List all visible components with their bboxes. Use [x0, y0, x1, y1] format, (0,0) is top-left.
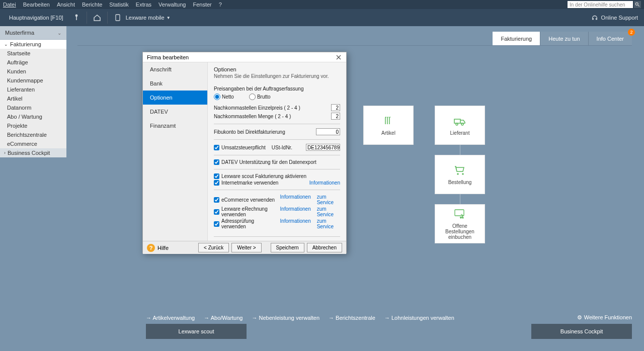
scout-checkbox[interactable] [214, 173, 219, 179]
fl-nebenleistung[interactable]: → Nebenleistung verwalten [252, 315, 319, 321]
ecommerce-label: eCommerce verwenden [221, 197, 275, 203]
fl-berichtszentrale[interactable]: → Berichtszentrale [329, 315, 375, 321]
close-button[interactable] [335, 54, 342, 61]
svg-point-2 [75, 15, 77, 17]
adress-info-link[interactable]: Informationen [280, 218, 311, 229]
price-section-label: Preisangaben bei der Auftragserfassung [214, 86, 340, 92]
fl-lohnleistungen[interactable]: → Lohnleistungen verwalten [384, 315, 454, 321]
dlg-side-anschrift[interactable]: Anschrift [143, 62, 207, 76]
mobile-label[interactable]: Lexware mobile [126, 15, 165, 21]
svg-rect-3 [76, 17, 77, 20]
datev-checkbox[interactable] [214, 159, 219, 165]
tile-bestellung[interactable]: Bestellung [435, 155, 485, 194]
back-button[interactable]: < Zurück [198, 243, 229, 252]
sidebar-group-fakturierung[interactable]: ⌄Fakturierung [0, 40, 66, 49]
truck-icon [453, 115, 466, 127]
dlg-side-bank[interactable]: Bank [143, 76, 207, 91]
sidebar-item-kundenmappe[interactable]: Kundenmappe [0, 76, 66, 85]
adress-service-link[interactable]: zum Service [317, 218, 340, 229]
sidebar-item-ecommerce[interactable]: eCommerce [0, 139, 66, 148]
tile-artikel[interactable]: Artikel [363, 106, 414, 145]
sidebar-item-abo-wartung[interactable]: Abo / Wartung [0, 112, 66, 121]
erechnung-checkbox[interactable] [214, 209, 219, 215]
ecommerce-service-link[interactable]: zum Service [317, 194, 340, 205]
next-button[interactable]: Weiter > [231, 243, 261, 252]
dialog-sidebar: Anschrift Bank Optionen DATEV Finanzamt [143, 62, 207, 241]
help-button[interactable]: ? Hilfe [147, 244, 169, 252]
svg-point-10 [462, 217, 463, 218]
sidebar-item-datanorm[interactable]: Datanorm [0, 103, 66, 112]
tile-lieferant[interactable]: Lieferant [435, 106, 485, 145]
dlg-side-datev[interactable]: DATEV [143, 105, 207, 119]
svg-rect-5 [454, 119, 460, 123]
search-help-button[interactable] [634, 1, 641, 8]
save-button[interactable]: Speichern [271, 243, 304, 252]
radio-brutto[interactable]: Brutto [249, 94, 271, 100]
help-icon: ? [147, 244, 155, 252]
menu-datei[interactable]: Datei [3, 2, 16, 8]
cancel-button[interactable]: Abbrechen [307, 243, 342, 252]
nk-einzel-input[interactable] [331, 104, 340, 111]
radio-netto[interactable]: Netto [214, 94, 234, 100]
company-header[interactable]: Musterfirma ⌄ [0, 26, 66, 40]
dialog-footer: ? Hilfe < Zurück Weiter > Speichern Abbr… [143, 241, 346, 254]
sidebar-item-kunden[interactable]: Kunden [0, 67, 66, 76]
menu-verwaltung[interactable]: Verwaltung [158, 2, 186, 8]
sidebar-item-projekte[interactable]: Projekte [0, 121, 66, 130]
lexware-scout-button[interactable]: Lexware scout [146, 324, 247, 339]
svg-line-1 [638, 5, 639, 7]
toolbar: Hauptnavigation [F10] Lexware mobile ▼ O… [0, 9, 644, 26]
fibu-input[interactable] [316, 128, 340, 135]
headset-icon [591, 14, 598, 21]
tab-info-center[interactable]: Info Center 2 [588, 32, 632, 46]
sidebar-item-artikel[interactable]: Artikel [0, 94, 66, 103]
nk-einzel-label: Nachkommastellen Einzelpreis ( 2 - 4 ) [214, 105, 331, 111]
mobile-icon[interactable] [113, 13, 123, 23]
menu-help[interactable]: ? [219, 2, 222, 8]
pin-icon[interactable] [71, 13, 82, 23]
ust-chk-label: Umsatzsteuerpflicht [221, 145, 266, 150]
close-icon [336, 55, 341, 60]
main-nav-label[interactable]: Hauptnavigation [F10] [4, 15, 68, 21]
firma-bearbeiten-dialog: Firma bearbeiten Anschrift Bank Optionen… [142, 52, 347, 253]
chevron-down-icon: ⌄ [4, 42, 8, 47]
menu-statistik[interactable]: Statistik [109, 2, 129, 8]
erechnung-service-link[interactable]: zum Service [317, 206, 340, 217]
erechnung-label: Lexware eRechnung verwenden [221, 206, 275, 217]
tab-fakturierung[interactable]: Fakturierung [493, 32, 540, 46]
adress-checkbox[interactable] [214, 221, 219, 227]
svg-point-7 [461, 123, 463, 125]
home-icon[interactable] [92, 13, 102, 23]
fl-weitere-funktionen[interactable]: ⚙Weitere Funktionen [577, 314, 632, 321]
ust-checkbox[interactable] [214, 145, 219, 150]
ecommerce-info-link[interactable]: Informationen [280, 194, 311, 205]
internetmarke-checkbox[interactable] [214, 180, 219, 186]
dlg-side-finanzamt[interactable]: Finanzamt [143, 119, 207, 133]
sidebar-group-business-cockpit[interactable]: ›Business Cockpit [0, 148, 66, 157]
fl-artikelverwaltung[interactable]: → Artikelverwaltung [146, 315, 195, 321]
menu-berichte[interactable]: Berichte [82, 2, 102, 8]
dlg-side-optionen[interactable]: Optionen [143, 91, 207, 105]
sidebar-item-berichtszentrale[interactable]: Berichtszentrale [0, 130, 66, 139]
ecommerce-checkbox[interactable] [214, 197, 219, 203]
screen-cart-icon [453, 208, 466, 220]
erechnung-info-link[interactable]: Informationen [280, 206, 311, 217]
tab-heute-zu-tun[interactable]: Heute zu tun [540, 32, 588, 46]
sidebar-item-lieferanten[interactable]: Lieferanten [0, 85, 66, 94]
tile-offene-bestellungen[interactable]: Offene Bestellungen einbuchen [435, 204, 485, 243]
sidebar-item-auftraege[interactable]: Aufträge [0, 58, 66, 67]
sidebar-item-startseite[interactable]: Startseite [0, 49, 66, 58]
menu-bearbeiten[interactable]: Bearbeiten [23, 2, 50, 8]
internetmarke-info-link[interactable]: Informationen [309, 180, 340, 186]
dialog-heading: Optionen [214, 66, 340, 72]
ust-id-input[interactable] [306, 144, 340, 151]
menu-ansicht[interactable]: Ansicht [57, 2, 75, 8]
menu-extras[interactable]: Extras [136, 2, 151, 8]
online-support-button[interactable]: Online Support [591, 14, 644, 21]
nk-menge-input[interactable] [331, 113, 340, 120]
business-cockpit-button[interactable]: Business Cockpit [531, 324, 632, 339]
search-help-input[interactable]: In der Onlinehilfe suchen [568, 1, 633, 8]
menu-fenster[interactable]: Fenster [193, 2, 211, 8]
search-icon [635, 2, 640, 7]
fl-abo-wartung[interactable]: → Abo/Wartung [204, 315, 243, 321]
